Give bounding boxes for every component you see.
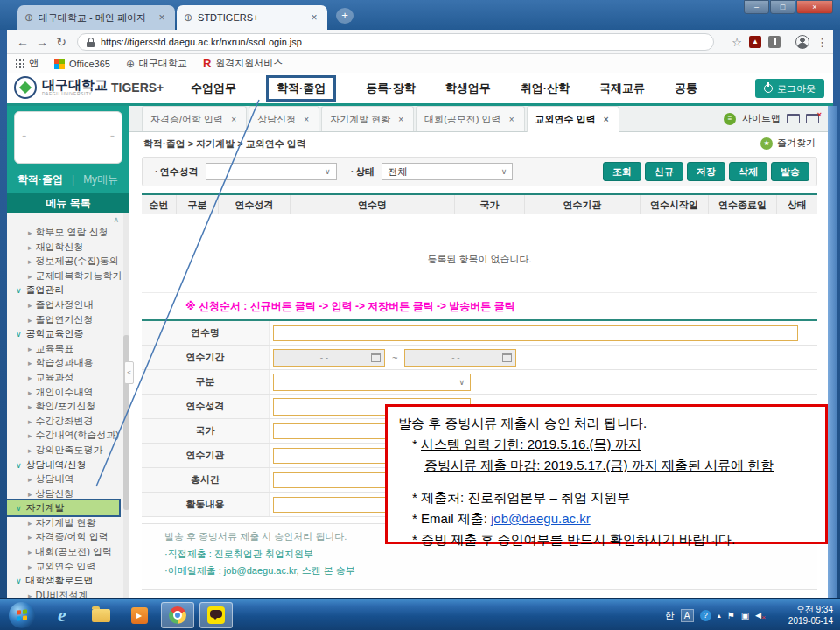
start-date-input[interactable]	[277, 353, 371, 362]
close-icon[interactable]	[396, 107, 405, 132]
sidebar-item-external-training[interactable]: 교외연수 입력	[7, 559, 130, 574]
sidebar-item-confirm-waive[interactable]: 확인/포기신청	[7, 399, 130, 414]
sidebar-item-course-record[interactable]: 수강내역(학습성과)	[7, 428, 130, 443]
start-date-field[interactable]	[273, 349, 385, 367]
close-icon[interactable]	[308, 11, 320, 24]
calendar-icon[interactable]	[371, 353, 381, 362]
taskbar-ie[interactable]	[46, 602, 79, 628]
show-hidden-icons[interactable]	[718, 612, 721, 620]
close-all-windows-icon[interactable]	[806, 114, 819, 123]
delete-button[interactable]: 삭제	[729, 162, 767, 181]
browser-tab-daegu[interactable]: 대구대학교 - 메인 페이지	[18, 5, 175, 30]
nav-classwork[interactable]: 수업업무	[191, 80, 236, 96]
sidebar-tab-mymenu[interactable]: My메뉴	[83, 172, 118, 187]
sidebar-item-readmission[interactable]: 재입학신청	[7, 240, 130, 255]
tab-counsel-apply[interactable]: 상담신청	[248, 106, 319, 131]
sidebar-item-engineering-cert[interactable]: 공학교육인증	[7, 326, 130, 341]
bookmark-apps[interactable]: 앱	[16, 57, 38, 70]
network-icon[interactable]	[741, 611, 749, 620]
profile-avatar-icon[interactable]	[795, 35, 809, 49]
sitemap-icon[interactable]	[724, 113, 736, 125]
ime-indicator[interactable]: 한	[665, 609, 675, 622]
bookmark-office365[interactable]: Office365	[54, 59, 110, 69]
tab-self-dev-status[interactable]: 자기계발 현황	[321, 106, 414, 131]
extension-icon[interactable]	[768, 36, 780, 48]
status-select[interactable]: 전체	[382, 163, 513, 180]
open-window-icon[interactable]	[787, 114, 800, 123]
taskbar-kakaotalk[interactable]	[200, 602, 233, 628]
sidebar-item-counsel-apply[interactable]: 상담신청	[7, 486, 130, 501]
sidebar-item-counsel-history[interactable]: 상담내역	[7, 472, 130, 486]
sidebar-item-graduation-mgmt[interactable]: 졸업관리	[7, 283, 130, 298]
new-button[interactable]: 신규	[645, 162, 683, 181]
taskbar-media-player[interactable]	[122, 602, 156, 628]
sidebar-item-lecture-satisfaction[interactable]: 강의만족도평가	[7, 443, 130, 458]
nav-records-graduation[interactable]: 학적·졸업	[266, 75, 336, 102]
email-link[interactable]: job@daegu.ac.kr	[491, 511, 591, 526]
training-type-select[interactable]	[206, 163, 337, 180]
nav-student-affairs[interactable]: 학생업무	[445, 80, 491, 96]
sidebar-tab-records[interactable]: 학적·졸업	[18, 172, 63, 187]
minimize-button[interactable]: –	[744, 0, 769, 14]
tab-external-training[interactable]: 교외연수 입력	[527, 106, 620, 132]
bookmark-daegu[interactable]: 대구대학교	[126, 57, 187, 70]
send-button[interactable]: 발송	[771, 162, 809, 181]
chevron-up-icon[interactable]	[113, 215, 119, 224]
action-center-flag-icon[interactable]	[727, 611, 735, 620]
back-icon[interactable]	[14, 33, 32, 51]
reload-icon[interactable]	[52, 33, 70, 51]
sidebar-scrollbar[interactable]	[123, 213, 130, 598]
sidebar-item-personal-history[interactable]: 개인이수내역	[7, 385, 130, 400]
browser-menu-icon[interactable]	[816, 36, 828, 49]
volume-muted-icon[interactable]	[755, 611, 761, 620]
close-window-button[interactable]: ×	[796, 0, 833, 14]
help-icon[interactable]	[700, 610, 711, 621]
sidebar-collapse-handle[interactable]	[124, 361, 134, 384]
pdf-extension-icon[interactable]	[749, 36, 761, 48]
bookmark-star-icon[interactable]	[732, 36, 742, 49]
tab-license-language[interactable]: 자격증/어학 입력	[142, 106, 247, 131]
sidebar-item-license-language[interactable]: 자격증/어학 입력	[7, 529, 130, 544]
taskbar-chrome[interactable]	[161, 602, 194, 628]
sidebar-item-du-vision[interactable]: DU비전설계	[7, 588, 130, 598]
close-icon[interactable]	[156, 11, 168, 24]
calendar-icon[interactable]	[502, 353, 512, 362]
taskbar-explorer[interactable]	[84, 602, 117, 628]
sidebar-item-edu-goal[interactable]: 교육목표	[7, 341, 130, 356]
bookmark-remote-support[interactable]: 원격지원서비스	[203, 57, 283, 70]
sidebar-item-course-change[interactable]: 수강강좌변경	[7, 414, 130, 429]
sidebar-item-counsel[interactable]: 상담내역/신청	[7, 458, 130, 472]
browser-tab-stdtigers[interactable]: STDTIGERS+	[177, 5, 327, 30]
sitemap-label[interactable]: 사이트맵	[742, 112, 780, 125]
close-icon[interactable]	[302, 107, 311, 132]
sidebar-item-parent-view[interactable]: 학부모 열람 신청	[7, 225, 130, 240]
sidebar-item-graduation-review[interactable]: 졸업사정안내	[7, 298, 130, 312]
category-select[interactable]	[273, 374, 471, 391]
training-name-input[interactable]	[273, 326, 798, 341]
sidebar-item-learning-outcome[interactable]: 학습성과내용	[7, 355, 130, 370]
search-button[interactable]: 조회	[603, 162, 641, 181]
nav-registration-scholarship[interactable]: 등록·장학	[366, 80, 415, 96]
logout-button[interactable]: 로그아웃	[755, 79, 824, 98]
end-date-input[interactable]	[409, 353, 502, 362]
sidebar-item-roadmap[interactable]: 대학생활로드맵	[7, 573, 130, 588]
language-indicator[interactable]: A	[681, 609, 694, 622]
maximize-button[interactable]: □	[770, 0, 795, 14]
university-logo[interactable]: 대구대학교 DAEGU UNIVERSITY TIGERS+	[14, 76, 164, 99]
sidebar-item-military-return[interactable]: 군제대복학가능학기	[7, 269, 130, 284]
sidebar-item-contest-entry[interactable]: 대회(공모전) 입력	[7, 544, 130, 559]
sidebar-item-info-consent[interactable]: 정보제공(수집)동의	[7, 254, 130, 269]
close-icon[interactable]	[229, 107, 238, 132]
sidebar-item-curriculum[interactable]: 교육과정	[7, 370, 130, 385]
nav-employment-industry[interactable]: 취업·산학	[521, 80, 570, 96]
nav-international[interactable]: 국제교류	[599, 80, 645, 96]
nav-common[interactable]: 공통	[675, 80, 697, 96]
start-button[interactable]	[9, 602, 35, 628]
forward-icon[interactable]	[33, 33, 51, 51]
sidebar-item-graduation-defer[interactable]: 졸업연기신청	[7, 312, 130, 327]
end-date-field[interactable]	[404, 349, 516, 367]
tab-contest-entry[interactable]: 대회(공모전) 입력	[416, 106, 524, 131]
close-icon[interactable]	[602, 107, 611, 132]
favorite-button[interactable]: 즐겨찾기	[760, 136, 816, 150]
url-input[interactable]: https://tigersstd.daegu.ac.kr/nxrun/ssoL…	[77, 33, 714, 51]
